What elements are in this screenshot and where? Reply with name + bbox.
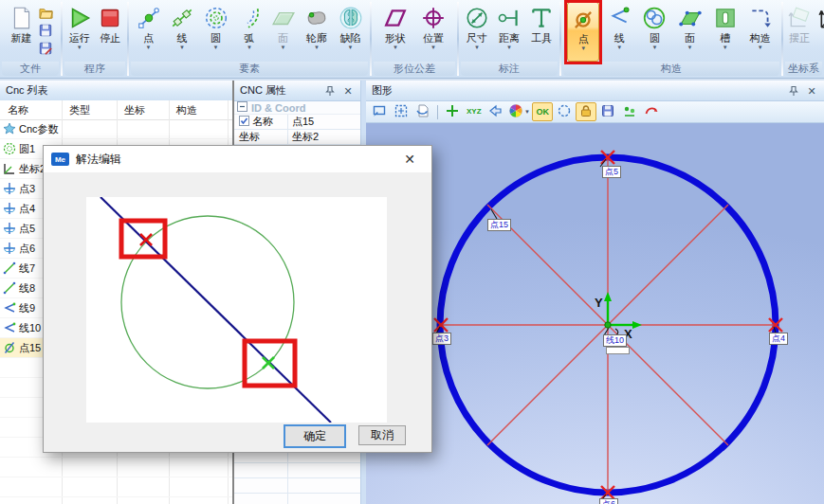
ribbon-button-open[interactable]: [37, 5, 55, 22]
toolbar-points-button[interactable]: [619, 102, 640, 121]
ribbon-button-label: 点: [578, 33, 589, 45]
line-element-icon: [170, 4, 194, 32]
close-icon[interactable]: ✕: [341, 84, 355, 98]
close-icon[interactable]: ✕: [805, 84, 818, 98]
graphics-toolbar: XYZ▼OK: [366, 101, 824, 123]
list-item-Cnc参数[interactable]: Cnc参数: [0, 119, 232, 139]
pin-icon[interactable]: [323, 84, 337, 98]
ribbon-button-label: 摆正: [789, 32, 810, 45]
column-header[interactable]: 构造: [169, 103, 232, 117]
construct-circle-icon: [642, 4, 667, 32]
ribbon-button-con-line[interactable]: 线▼: [604, 2, 634, 62]
redo-curve-icon: [644, 103, 659, 120]
toolbar-fit-view-button[interactable]: [391, 102, 412, 121]
chevron-down-icon: ▼: [179, 45, 185, 51]
undo-arrow-icon: [488, 103, 504, 120]
graphics-viewport[interactable]: Y X 点5点15点3点4线10点6: [366, 123, 824, 504]
ribbon-button-line[interactable]: 线▼: [167, 2, 197, 62]
ribbon-button-con-face[interactable]: 面▼: [675, 2, 705, 62]
checkbox-checked-icon[interactable]: [239, 116, 249, 128]
close-icon[interactable]: ✕: [395, 149, 424, 170]
ribbon-button-new[interactable]: 新建: [7, 2, 37, 45]
point-list-icon: [2, 202, 17, 215]
ribbon-button-label: 弧: [245, 32, 255, 45]
save-icon: [39, 24, 52, 39]
entity-label-点4[interactable]: 点4: [769, 333, 788, 345]
graphics-title: 图形 ✕: [366, 81, 824, 101]
toolbar-redo-curve-button[interactable]: [641, 102, 662, 121]
toolbar-crosshair-button[interactable]: [442, 102, 463, 121]
toolbar-lock-button[interactable]: [576, 102, 596, 121]
column-header[interactable]: 坐标: [117, 103, 169, 117]
entity-label-点3[interactable]: 点3: [432, 333, 451, 345]
ribbon-button-point[interactable]: 点▼: [134, 2, 164, 62]
ribbon-button-face[interactable]: 面▼: [268, 2, 299, 62]
column-header[interactable]: 名称: [0, 103, 62, 117]
ribbon-button-shape[interactable]: 形状▼: [380, 2, 411, 62]
ribbon-group-label-elements: 要素: [131, 62, 368, 76]
property-value[interactable]: 点15: [288, 115, 360, 129]
entity-label-点5[interactable]: 点5: [602, 166, 621, 178]
ribbon-button-label: 构造: [750, 32, 771, 45]
diameter-list-icon: [2, 341, 17, 354]
entity-label-线10[interactable]: 线10: [603, 334, 627, 347]
pin-icon[interactable]: [787, 84, 800, 98]
defect-element-icon: [339, 4, 363, 32]
toolbar-save-view-button[interactable]: [597, 102, 618, 121]
properties-group-header[interactable]: ID & Coord: [234, 101, 360, 115]
angle-list-icon: [2, 321, 17, 334]
ribbon-button-save[interactable]: [37, 23, 55, 40]
ribbon-button-tool[interactable]: 工具: [526, 2, 557, 62]
column-header[interactable]: 类型: [62, 103, 117, 117]
solution-preview[interactable]: [86, 197, 387, 423]
circle-list-icon: [2, 142, 17, 155]
entity-label-点15[interactable]: 点15: [487, 219, 511, 231]
ribbon-button-coord[interactable]: 坐: [815, 2, 824, 62]
ribbon-button-contour[interactable]: 轮廓▼: [302, 2, 332, 62]
ribbon-button-save-as[interactable]: [37, 41, 55, 58]
toolbar-undo-arrow-button[interactable]: [485, 102, 506, 121]
list-item-name: 点4: [19, 202, 35, 216]
ribbon-button-slot[interactable]: 槽▼: [710, 2, 741, 62]
ribbon-button-con-point[interactable]: 点▼: [567, 2, 599, 62]
property-value[interactable]: 坐标2: [288, 130, 360, 144]
open-folder-icon: [39, 6, 53, 22]
construct-point-icon: [571, 5, 595, 33]
toolbar-xyz-button[interactable]: XYZ: [464, 102, 485, 121]
ribbon-button-label: 轮廓: [306, 32, 327, 45]
ribbon-button-defect[interactable]: 缺陷▼: [336, 2, 366, 62]
property-label: 名称: [252, 115, 273, 129]
ribbon-button-align[interactable]: 摆正: [784, 2, 815, 62]
collapse-icon[interactable]: [237, 101, 247, 114]
chevron-down-icon: ▼: [616, 45, 622, 51]
ribbon-group-coordsys: 摆正坐坐标系: [783, 0, 824, 78]
dialog-titlebar[interactable]: Me 解法编辑 ✕: [44, 146, 431, 172]
entity-label-点6[interactable]: 点6: [599, 498, 618, 504]
cnc-application-window: 新建文件运行▼停止程序点▼线▼圆▼弧▼面▼轮廓▼缺陷▼要素形状▼位置▼形位公差尺…: [0, 0, 824, 504]
list-item-name: 线8: [19, 281, 35, 296]
chevron-down-icon: ▼: [247, 45, 252, 51]
ribbon-button-size[interactable]: 尺寸▼: [462, 2, 492, 62]
solution-preview-drawing: [86, 197, 387, 423]
toolbar-dashed-circle-button[interactable]: [554, 102, 575, 121]
toolbar-ok-toggle-button[interactable]: OK: [532, 102, 553, 121]
point-list-icon: [2, 182, 17, 195]
ribbon-button-circle[interactable]: 圆▼: [201, 2, 231, 62]
arc-element-icon: [237, 4, 262, 32]
ribbon-button-position[interactable]: 位置▼: [418, 2, 449, 62]
ribbon-group-label-coordsys: 坐标系: [785, 62, 822, 76]
ribbon-button-run[interactable]: 运行▼: [64, 2, 95, 62]
ok-button[interactable]: 确定: [284, 424, 346, 448]
ribbon-button-construct[interactable]: 构造▼: [745, 2, 776, 62]
ribbon-button-distance[interactable]: 距离▼: [494, 2, 524, 62]
ribbon-button-stop[interactable]: 停止: [95, 2, 125, 62]
cancel-button[interactable]: 取消: [358, 425, 406, 445]
ribbon-group-program: 运行▼停止程序: [63, 0, 127, 78]
toolbar-color-wheel-button[interactable]: ▼: [507, 102, 531, 121]
toolbar-zoom-window-button[interactable]: [369, 102, 390, 121]
list-item-name: 点15: [19, 341, 41, 355]
list-item-name: 线7: [19, 261, 35, 276]
toolbar-page-flip-button[interactable]: [412, 102, 433, 121]
ribbon-button-con-circle[interactable]: 圆▼: [639, 2, 669, 62]
ribbon-button-arc[interactable]: 弧▼: [234, 2, 265, 62]
